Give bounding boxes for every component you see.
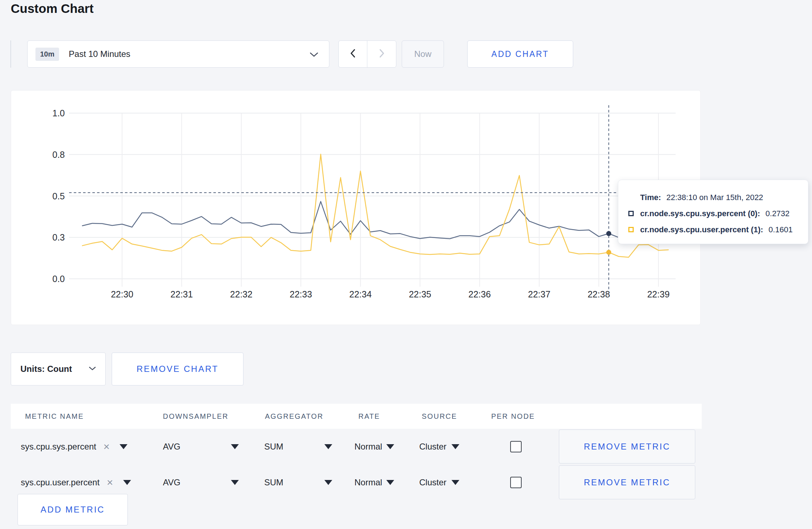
svg-text:0.5: 0.5 [52, 191, 65, 201]
chevron-down-icon [89, 366, 96, 372]
svg-text:22:35: 22:35 [409, 289, 431, 299]
column-header-aggregator: AGGREGATOR [265, 404, 324, 429]
table-row: sys.cpu.sys.percent × AVG SUM Normal Clu… [11, 429, 702, 465]
svg-text:22:33: 22:33 [290, 289, 312, 299]
svg-text:22:31: 22:31 [170, 289, 193, 299]
column-header-source: SOURCE [422, 404, 457, 429]
aggregator-value: SUM [264, 477, 283, 487]
remove-chart-button[interactable]: REMOVE CHART [112, 353, 243, 385]
caret-down-icon [451, 444, 459, 449]
caret-down-icon [123, 480, 131, 485]
metrics-table-header: METRIC NAME DOWNSAMPLER AGGREGATOR RATE … [11, 404, 702, 429]
caret-down-icon [231, 444, 239, 449]
rate-value: Normal [354, 477, 382, 487]
tooltip-series-row: cr.node.sys.cpu.user.percent (1): 0.1601 [628, 222, 808, 238]
add-chart-button[interactable]: ADD CHART [467, 40, 573, 68]
now-button[interactable]: Now [402, 40, 444, 68]
caret-down-icon [386, 444, 394, 449]
caret-down-icon [231, 480, 239, 485]
column-header-downsampler: DOWNSAMPLER [163, 404, 228, 429]
column-header-per-node: PER NODE [491, 404, 535, 429]
rate-select[interactable]: Normal [354, 429, 394, 465]
chevron-down-icon [310, 52, 318, 59]
units-label: Units: Count [20, 364, 72, 374]
column-header-metric-name: METRIC NAME [25, 404, 84, 429]
per-node-checkbox[interactable] [510, 441, 522, 452]
caret-down-icon [324, 444, 332, 449]
add-metric-button[interactable]: ADD METRIC [18, 494, 128, 525]
svg-text:0.8: 0.8 [52, 150, 65, 160]
remove-metric-button[interactable]: REMOVE METRIC [559, 465, 695, 499]
svg-text:0.3: 0.3 [52, 232, 65, 242]
chevron-left-icon [349, 48, 357, 60]
source-value: Cluster [419, 442, 446, 452]
metric-name-value: sys.cpu.user.percent [21, 477, 100, 487]
time-forward-button[interactable] [367, 41, 396, 67]
svg-text:22:34: 22:34 [349, 289, 372, 299]
remove-metric-button[interactable]: REMOVE METRIC [559, 429, 695, 464]
caret-down-icon [386, 480, 394, 485]
caret-down-icon [324, 480, 332, 485]
tooltip-time-value: 22:38:10 on Mar 15th, 2022 [666, 193, 763, 202]
source-select[interactable]: Cluster [419, 429, 459, 465]
per-node-checkbox[interactable] [510, 477, 522, 488]
aggregator-value: SUM [264, 442, 283, 452]
tooltip-series-label: cr.node.sys.cpu.user.percent (1): [640, 225, 763, 234]
tooltip-series-row: cr.node.sys.cpu.sys.percent (0): 0.2732 [628, 205, 808, 222]
time-range-dropdown[interactable]: 10m Past 10 Minutes [27, 40, 329, 68]
svg-text:22:37: 22:37 [528, 289, 551, 299]
time-range-label: Past 10 Minutes [69, 49, 130, 59]
tooltip-time-row: Time: 22:38:10 on Mar 15th, 2022 [628, 189, 808, 205]
tooltip-series-label: cr.node.sys.cpu.sys.percent (0): [640, 209, 760, 218]
caret-down-icon [120, 444, 127, 449]
tooltip-series-value: 0.1601 [769, 225, 793, 234]
time-back-button[interactable] [339, 41, 367, 67]
rate-select[interactable]: Normal [354, 465, 394, 500]
time-range-badge: 10m [35, 48, 59, 61]
chevron-right-icon [377, 48, 386, 60]
chart-tooltip: Time: 22:38:10 on Mar 15th, 2022 cr.node… [618, 180, 808, 244]
svg-text:1.0: 1.0 [52, 108, 65, 118]
downsampler-value: AVG [163, 442, 180, 452]
time-nav-group [338, 40, 396, 68]
series-sys-legend-icon [628, 211, 634, 216]
aggregator-select[interactable]: SUM [264, 465, 332, 500]
tooltip-time-label: Time: [640, 193, 661, 202]
svg-text:22:38: 22:38 [588, 289, 610, 299]
svg-text:22:30: 22:30 [111, 289, 134, 299]
svg-text:0.0: 0.0 [52, 274, 65, 284]
cpu-usage-chart[interactable]: 0.00.30.50.81.022:3022:3122:3222:3322:34… [11, 91, 701, 325]
units-dropdown[interactable]: Units: Count [11, 353, 106, 385]
metric-name-value: sys.cpu.sys.percent [21, 442, 96, 452]
series-user-legend-icon [628, 227, 634, 232]
aggregator-select[interactable]: SUM [264, 429, 332, 465]
caret-down-icon [451, 480, 459, 485]
svg-text:22:36: 22:36 [468, 289, 491, 299]
svg-text:22:32: 22:32 [230, 289, 253, 299]
tooltip-series-value: 0.2732 [765, 209, 789, 218]
chart-card: 0.00.30.50.81.022:3022:3122:3222:3322:34… [11, 90, 701, 325]
column-header-rate: RATE [358, 404, 380, 429]
toolbar-divider [10, 40, 11, 68]
remove-metric-x-icon[interactable]: × [103, 441, 110, 452]
page-title: Custom Chart [11, 1, 93, 16]
downsampler-select[interactable]: AVG [163, 465, 239, 500]
svg-text:22:39: 22:39 [647, 289, 670, 299]
rate-value: Normal [354, 442, 382, 452]
source-select[interactable]: Cluster [419, 465, 459, 500]
source-value: Cluster [419, 477, 446, 487]
metric-name-select[interactable]: sys.cpu.sys.percent × [21, 429, 127, 465]
remove-metric-x-icon[interactable]: × [107, 477, 113, 488]
downsampler-select[interactable]: AVG [163, 429, 239, 465]
downsampler-value: AVG [163, 477, 180, 487]
